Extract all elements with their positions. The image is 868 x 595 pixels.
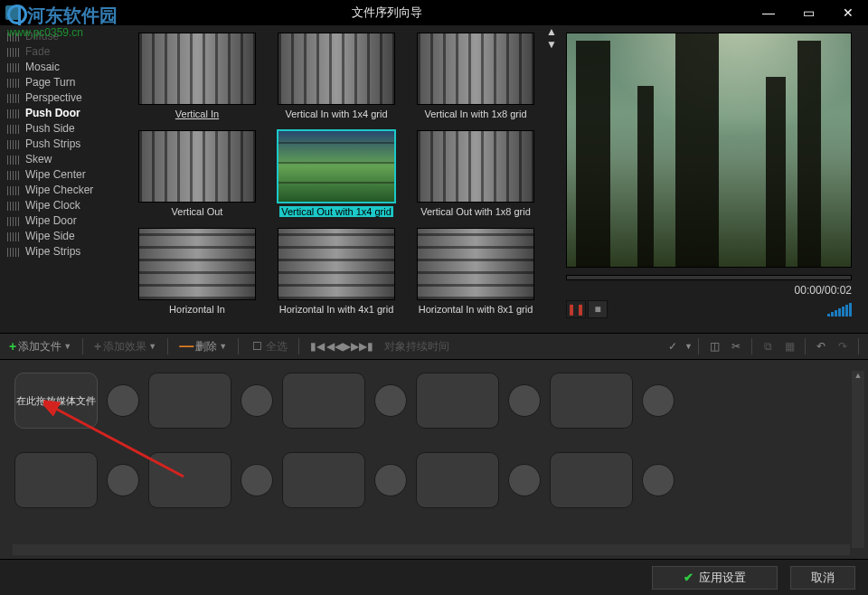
clip-slot[interactable] bbox=[14, 452, 98, 508]
gallery-item[interactable]: Horizontal In bbox=[130, 228, 264, 315]
add-effect-button[interactable]: +添加效果▼ bbox=[90, 339, 160, 354]
preview-view[interactable] bbox=[566, 33, 852, 268]
gallery-item[interactable]: Horizontal In with 8x1 grid bbox=[409, 228, 542, 315]
paste-icon[interactable]: ▦ bbox=[779, 340, 799, 353]
add-file-button[interactable]: +添加文件▼ bbox=[5, 339, 75, 354]
undo-icon[interactable]: ↶ bbox=[811, 340, 831, 353]
clip-slot[interactable] bbox=[148, 452, 231, 508]
plus-icon: + bbox=[9, 339, 16, 354]
separator bbox=[238, 338, 239, 354]
gallery-item[interactable]: Vertical Out with 1x4 grid bbox=[269, 130, 403, 217]
separator bbox=[698, 338, 699, 354]
last-icon[interactable]: ▶▮ bbox=[359, 340, 373, 353]
sidebar-item[interactable]: Wipe Side bbox=[0, 229, 127, 244]
sidebar-item[interactable]: Mosaic bbox=[0, 60, 127, 75]
sidebar-item[interactable]: Diffuse bbox=[0, 29, 127, 44]
gallery-label: Horizontal In with 4x1 grid bbox=[279, 304, 394, 315]
clip-slot[interactable] bbox=[148, 373, 231, 429]
sidebar-item[interactable]: Wipe Checker bbox=[0, 183, 127, 198]
transition-slot[interactable] bbox=[642, 384, 675, 417]
progress-bar[interactable] bbox=[566, 275, 852, 280]
sidebar-item[interactable]: Wipe Clock bbox=[0, 198, 127, 213]
gallery-thumb bbox=[278, 33, 395, 105]
next-icon[interactable]: ▶▶ bbox=[343, 340, 357, 353]
clip-slot[interactable] bbox=[416, 373, 499, 429]
gallery-item[interactable]: Vertical In bbox=[130, 33, 264, 119]
volume-icon[interactable] bbox=[827, 303, 852, 316]
copy-icon[interactable]: ⧉ bbox=[758, 340, 778, 353]
transition-slot[interactable] bbox=[642, 464, 675, 496]
redo-icon[interactable]: ↷ bbox=[833, 340, 853, 353]
sidebar-item[interactable]: Wipe Strips bbox=[0, 244, 127, 260]
transition-slot[interactable] bbox=[107, 464, 139, 496]
clip-slot[interactable] bbox=[282, 373, 365, 429]
drop-placeholder[interactable]: 在此拖放媒体文件 bbox=[14, 373, 98, 429]
gallery-scrollbar[interactable]: ▲ ▼ bbox=[546, 25, 561, 333]
sidebar-item[interactable]: Perspective bbox=[0, 90, 127, 106]
pause-button[interactable]: ❚❚ bbox=[566, 300, 586, 318]
bars-icon bbox=[7, 79, 20, 88]
gallery-label: Vertical Out bbox=[172, 206, 223, 217]
sidebar-item[interactable]: Push Side bbox=[0, 121, 127, 137]
app-icon bbox=[5, 5, 20, 20]
clips-vscroll[interactable]: ▲ bbox=[852, 371, 864, 548]
transition-slot[interactable] bbox=[508, 464, 541, 496]
gallery-thumb bbox=[278, 228, 395, 300]
gallery-item[interactable]: Vertical In with 1x4 grid bbox=[269, 33, 403, 119]
cut-icon[interactable]: ✂ bbox=[726, 340, 746, 353]
sidebar-item-label: Wipe Door bbox=[25, 214, 77, 228]
select-all-button[interactable]: ☐全选 bbox=[246, 339, 291, 354]
clips-hscroll[interactable] bbox=[13, 544, 850, 555]
sidebar-item[interactable]: Push Strips bbox=[0, 137, 127, 152]
sidebar-item-label: Wipe Strips bbox=[25, 245, 80, 259]
close-button[interactable]: ✕ bbox=[828, 0, 868, 25]
clip-slot[interactable] bbox=[282, 452, 365, 508]
separator bbox=[82, 338, 83, 354]
gallery-item[interactable]: Vertical In with 1x8 grid bbox=[409, 33, 542, 119]
sidebar-item[interactable]: Push Door bbox=[0, 106, 127, 121]
stop-button[interactable]: ■ bbox=[588, 300, 608, 318]
crop-icon[interactable]: ◫ bbox=[704, 340, 724, 353]
clip-slot[interactable] bbox=[550, 373, 633, 429]
sidebar-item[interactable]: Page Turn bbox=[0, 75, 127, 90]
transition-slot[interactable] bbox=[107, 384, 139, 417]
first-icon[interactable]: ▮◀ bbox=[310, 340, 325, 353]
delete-button[interactable]: —删除▼ bbox=[175, 338, 231, 354]
clip-slot[interactable] bbox=[416, 452, 499, 508]
duration-label: 对象持续时间 bbox=[381, 339, 453, 354]
apply-button[interactable]: ✔应用设置 bbox=[652, 566, 778, 590]
toolbar: +添加文件▼ +添加效果▼ —删除▼ ☐全选 ▮◀ ◀◀ ▶▶ ▶▮ 对象持续时… bbox=[0, 333, 868, 360]
minus-icon: — bbox=[179, 338, 193, 354]
transition-slot[interactable] bbox=[241, 384, 273, 417]
bars-icon bbox=[7, 48, 20, 57]
prev-icon[interactable]: ◀◀ bbox=[326, 340, 341, 353]
gallery-item[interactable]: Vertical Out with 1x8 grid bbox=[409, 130, 542, 217]
gallery-wrap: Vertical InVertical In with 1x4 gridVert… bbox=[127, 25, 561, 333]
scroll-down-icon[interactable]: ▼ bbox=[546, 38, 561, 51]
sidebar-item[interactable]: Fade bbox=[0, 44, 127, 60]
check-icon[interactable]: ✓ bbox=[663, 340, 683, 353]
sidebar-item-label: Page Turn bbox=[25, 76, 75, 90]
preview-panel: 00:00/00:02 ❚❚ ■ bbox=[561, 25, 868, 333]
gallery-item[interactable]: Vertical Out bbox=[130, 130, 264, 217]
clips-area: 在此拖放媒体文件 ▲ bbox=[0, 360, 868, 559]
maximize-button[interactable]: ▭ bbox=[788, 0, 828, 25]
sidebar-item-label: Wipe Clock bbox=[25, 199, 80, 212]
sidebar-item-label: Fade bbox=[25, 45, 50, 59]
transition-slot[interactable] bbox=[374, 464, 407, 496]
sidebar-item[interactable]: Skew bbox=[0, 152, 127, 167]
cancel-button[interactable]: 取消 bbox=[790, 566, 855, 590]
delete-label: 删除 bbox=[195, 339, 217, 354]
transition-slot[interactable] bbox=[241, 464, 273, 496]
sidebar-item[interactable]: Wipe Center bbox=[0, 167, 127, 183]
scroll-up-icon[interactable]: ▲ bbox=[546, 25, 561, 38]
transition-slot[interactable] bbox=[508, 384, 541, 417]
bars-icon bbox=[7, 171, 20, 180]
separator bbox=[805, 338, 806, 354]
minimize-button[interactable]: — bbox=[749, 0, 788, 25]
sidebar-item[interactable]: Wipe Door bbox=[0, 213, 127, 229]
clip-slot[interactable] bbox=[550, 452, 633, 508]
transition-slot[interactable] bbox=[374, 384, 407, 417]
sidebar-item-label: Push Door bbox=[25, 107, 80, 120]
gallery-item[interactable]: Horizontal In with 4x1 grid bbox=[269, 228, 403, 315]
